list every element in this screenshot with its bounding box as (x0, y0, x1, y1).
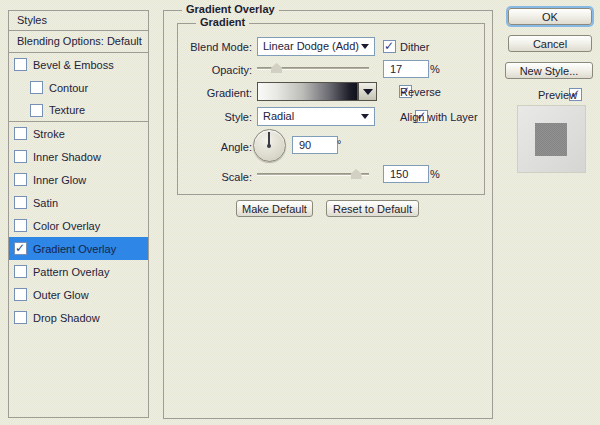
opacity-unit: % (430, 63, 440, 75)
style-select[interactable]: Radial (257, 107, 375, 126)
sidebar-item-satin[interactable]: Satin (9, 191, 148, 214)
sidebar-item-label: Drop Shadow (33, 312, 100, 324)
style-enable-checkbox[interactable] (14, 58, 27, 71)
style-enable-checkbox[interactable] (14, 127, 27, 140)
gradient-label: Gradient: (172, 87, 252, 99)
style-label: Style: (172, 111, 252, 123)
sidebar-item-stroke[interactable]: Stroke (9, 122, 148, 145)
styles-header: Styles (9, 11, 148, 31)
sidebar-item-contour[interactable]: Contour (9, 76, 148, 99)
chevron-down-icon (361, 114, 369, 119)
style-enable-checkbox[interactable] (14, 265, 27, 278)
style-enable-checkbox[interactable] (14, 311, 27, 324)
style-enable-checkbox[interactable] (14, 173, 27, 186)
preview-label: Preview (538, 89, 577, 101)
style-enable-checkbox[interactable] (30, 104, 43, 117)
opacity-label: Opacity: (172, 64, 252, 76)
scale-label: Scale: (172, 171, 252, 183)
gradient-picker-button[interactable] (358, 82, 377, 101)
opacity-slider-thumb[interactable] (271, 63, 282, 73)
angle-unit: ° (337, 138, 341, 150)
sidebar-item-label: Stroke (33, 128, 65, 140)
opacity-input[interactable]: 17 (383, 60, 429, 78)
scale-unit: % (430, 168, 440, 180)
sidebar-item-drop-shadow[interactable]: Drop Shadow (9, 306, 148, 329)
chevron-down-icon (363, 89, 373, 95)
gradient-preview[interactable] (257, 82, 358, 101)
cancel-button[interactable]: Cancel (508, 35, 592, 52)
align-with-layer-label: Align with Layer (400, 111, 478, 123)
new-style-button[interactable]: New Style... (505, 62, 593, 79)
sidebar-item-label: Contour (49, 82, 88, 94)
styles-list: Bevel & EmbossContourTextureStrokeInner … (9, 53, 148, 329)
angle-input[interactable]: 90 (292, 136, 338, 154)
sidebar-item-texture[interactable]: Texture (9, 99, 148, 122)
make-default-button[interactable]: Make Default (236, 200, 313, 217)
sidebar-item-label: Gradient Overlay (33, 243, 116, 255)
opacity-slider[interactable] (257, 62, 369, 76)
sidebar-item-blending-options[interactable]: Blending Options: Default (9, 31, 148, 53)
blend-mode-value: Linear Dodge (Add) (263, 40, 359, 52)
sidebar-item-label: Texture (49, 104, 85, 116)
blend-mode-select[interactable]: Linear Dodge (Add) (257, 37, 375, 56)
style-value: Radial (263, 110, 294, 122)
angle-label: Angle: (172, 141, 252, 153)
preview-thumbnail (517, 105, 586, 173)
sidebar-item-outer-glow[interactable]: Outer Glow (9, 283, 148, 306)
dither-checkbox[interactable] (383, 40, 396, 53)
preview-gradient-square (535, 123, 567, 156)
sidebar-item-color-overlay[interactable]: Color Overlay (9, 214, 148, 237)
scale-slider-thumb[interactable] (351, 169, 362, 179)
style-enable-checkbox[interactable] (14, 242, 27, 255)
ok-button[interactable]: OK (508, 8, 592, 25)
style-enable-checkbox[interactable] (14, 219, 27, 232)
gradient-overlay-group-title: Gradient Overlay (182, 3, 279, 15)
sidebar-item-label: Color Overlay (33, 220, 100, 232)
blend-mode-label: Blend Mode: (172, 41, 252, 53)
scale-input[interactable]: 150 (383, 165, 429, 183)
dither-label: Dither (400, 41, 429, 53)
sidebar-item-inner-shadow[interactable]: Inner Shadow (9, 145, 148, 168)
styles-sidebar: Styles Blending Options: Default Bevel &… (8, 10, 149, 418)
sidebar-item-label: Inner Shadow (33, 151, 101, 163)
style-enable-checkbox[interactable] (14, 196, 27, 209)
sidebar-item-label: Satin (33, 197, 58, 209)
sidebar-item-pattern-overlay[interactable]: Pattern Overlay (9, 260, 148, 283)
sidebar-item-label: Inner Glow (33, 174, 86, 186)
reset-to-default-button[interactable]: Reset to Default (326, 200, 419, 217)
style-enable-checkbox[interactable] (30, 81, 43, 94)
sidebar-item-inner-glow[interactable]: Inner Glow (9, 168, 148, 191)
reverse-label: Reverse (400, 86, 441, 98)
angle-dial[interactable] (253, 129, 286, 162)
chevron-down-icon (361, 44, 369, 49)
sidebar-item-label: Bevel & Emboss (33, 59, 114, 71)
sidebar-item-bevel-emboss[interactable]: Bevel & Emboss (9, 53, 148, 76)
sidebar-item-gradient-overlay[interactable]: Gradient Overlay (9, 237, 148, 260)
sidebar-item-label: Pattern Overlay (33, 266, 109, 278)
angle-hub-icon (267, 144, 271, 148)
sidebar-item-label: Outer Glow (33, 289, 89, 301)
scale-slider[interactable] (257, 168, 369, 182)
style-enable-checkbox[interactable] (14, 150, 27, 163)
gradient-group-title: Gradient (196, 16, 249, 28)
style-enable-checkbox[interactable] (14, 288, 27, 301)
